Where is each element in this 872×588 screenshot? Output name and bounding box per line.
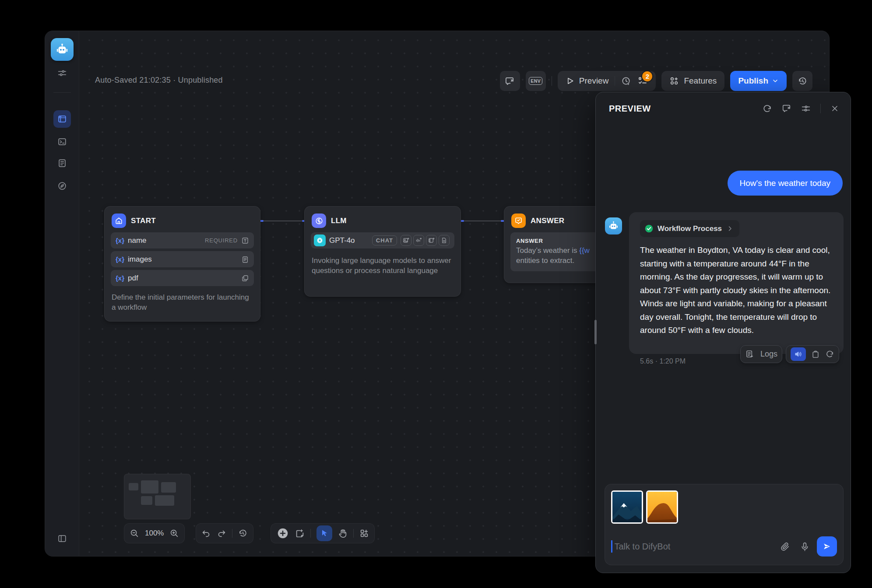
rail-divider bbox=[53, 92, 71, 93]
message-meta: 5.6s · 1:20 PM bbox=[640, 357, 686, 365]
text-caret bbox=[611, 540, 612, 553]
run-group: Preview 2 bbox=[558, 71, 656, 91]
audio-capability-icon bbox=[413, 235, 424, 246]
message-action-bar: Logs bbox=[740, 345, 839, 363]
env-icon: ENV bbox=[529, 77, 542, 85]
model-name: GPT-4o bbox=[329, 236, 355, 245]
microphone-icon[interactable] bbox=[800, 542, 810, 552]
collapse-sidebar-button[interactable] bbox=[53, 530, 71, 547]
node-tools bbox=[271, 523, 375, 543]
required-badge: REQUIRED bbox=[205, 237, 238, 244]
run-history-icon[interactable] bbox=[621, 76, 631, 86]
llm-model-row[interactable]: GPT-4o CHAT bbox=[311, 232, 454, 248]
variable-icon: {x} bbox=[116, 237, 124, 244]
annotation-icon[interactable] bbox=[782, 104, 791, 113]
field-label: pdf bbox=[128, 274, 138, 283]
features-button[interactable]: Features bbox=[661, 71, 724, 91]
chat-mode-badge: CHAT bbox=[372, 235, 397, 245]
version-history-button[interactable] bbox=[792, 71, 812, 91]
organize-nodes-icon[interactable] bbox=[359, 528, 369, 538]
node-title: LLM bbox=[331, 217, 347, 225]
node-start[interactable]: START {x} name REQUIRED {x} images bbox=[104, 206, 260, 322]
redo-icon[interactable] bbox=[217, 528, 226, 538]
rail-item-logs[interactable] bbox=[53, 154, 71, 172]
tune-rail-button[interactable] bbox=[53, 64, 71, 82]
zoom-out-icon[interactable] bbox=[130, 528, 139, 538]
files-type-icon bbox=[241, 274, 249, 282]
rail-item-terminal[interactable] bbox=[53, 133, 71, 150]
bot-avatar bbox=[605, 217, 622, 234]
success-check-icon bbox=[644, 224, 654, 233]
attach-file-icon[interactable] bbox=[780, 542, 790, 552]
logs-button[interactable]: Logs bbox=[740, 345, 782, 363]
header-divider bbox=[820, 104, 821, 113]
autosave-status: Auto-Saved 21:02:35 · Unpublished bbox=[95, 76, 223, 85]
hand-mode-button[interactable] bbox=[338, 528, 348, 538]
group-divider bbox=[615, 76, 615, 86]
bot-message-card: Workflow Process The weather in Boydton,… bbox=[629, 212, 844, 354]
text-input-type-icon bbox=[241, 237, 249, 245]
add-note-icon[interactable] bbox=[295, 528, 305, 538]
features-label: Features bbox=[684, 76, 717, 86]
checklist-button[interactable]: 2 bbox=[637, 76, 648, 86]
chevron-down-icon bbox=[772, 77, 779, 84]
undo-icon[interactable] bbox=[201, 528, 211, 538]
preview-panel-header: PREVIEW bbox=[596, 92, 851, 125]
node-llm[interactable]: LLM GPT-4o CHAT bbox=[304, 206, 461, 297]
logs-icon bbox=[745, 350, 754, 359]
copy-icon[interactable] bbox=[811, 350, 820, 359]
preview-panel: PREVIEW How's the weather today bbox=[595, 92, 851, 573]
send-button[interactable] bbox=[817, 536, 837, 556]
rail-item-orchestrate[interactable] bbox=[53, 110, 71, 128]
pointer-mode-button[interactable] bbox=[316, 525, 332, 541]
close-icon[interactable] bbox=[830, 104, 839, 113]
logs-label: Logs bbox=[760, 350, 777, 359]
answer-bubble-icon bbox=[511, 214, 526, 228]
user-message-bubble: How's the weather today bbox=[728, 171, 843, 196]
publish-button[interactable]: Publish bbox=[730, 71, 787, 91]
user-message-text: How's the weather today bbox=[740, 178, 830, 188]
attached-image-mountain-night[interactable] bbox=[611, 490, 643, 524]
start-field-images[interactable]: {x} images bbox=[111, 251, 254, 267]
preview-run-label: Preview bbox=[579, 76, 609, 86]
chat-input-container bbox=[605, 484, 844, 565]
node-description: Define the initial parameters for launch… bbox=[105, 289, 260, 319]
rail-item-monitoring[interactable] bbox=[53, 177, 71, 195]
publish-label: Publish bbox=[738, 76, 768, 86]
checklist-badge: 2 bbox=[641, 70, 653, 82]
chat-text-input[interactable] bbox=[614, 541, 781, 552]
start-field-name[interactable]: {x} name REQUIRED bbox=[111, 232, 254, 248]
regenerate-icon[interactable] bbox=[825, 350, 834, 359]
edge-start-llm bbox=[260, 220, 304, 221]
restart-conversation-icon[interactable] bbox=[762, 104, 772, 114]
history-icon bbox=[798, 76, 808, 86]
speaker-icon[interactable] bbox=[791, 347, 806, 361]
openai-logo-icon bbox=[314, 234, 326, 246]
annotation-button[interactable] bbox=[500, 71, 520, 91]
preview-run-button[interactable]: Preview bbox=[566, 76, 609, 86]
zoom-level[interactable]: 100% bbox=[145, 529, 164, 538]
zoom-controls: 100% bbox=[124, 523, 185, 543]
bot-message-text: The weather in Boydton, VA today is clea… bbox=[640, 244, 834, 337]
add-node-button[interactable] bbox=[276, 527, 289, 540]
settings-slider-icon[interactable] bbox=[801, 104, 811, 113]
workflow-process-label: Workflow Process bbox=[658, 224, 722, 233]
toolbar-divider bbox=[552, 76, 552, 86]
start-field-pdf[interactable]: {x} pdf bbox=[111, 270, 254, 286]
features-icon bbox=[669, 76, 679, 86]
variable-icon: {x} bbox=[116, 274, 124, 282]
node-description: Invoking large language models to answer… bbox=[305, 251, 461, 282]
paragraph-type-icon bbox=[241, 256, 249, 263]
change-history-icon[interactable] bbox=[238, 528, 248, 538]
variable-icon: {x} bbox=[116, 256, 124, 263]
vision-capability-icon bbox=[401, 235, 411, 246]
video-capability-icon bbox=[426, 235, 437, 246]
zoom-in-icon[interactable] bbox=[169, 528, 179, 538]
chat-area: How's the weather today Workflow Process… bbox=[596, 125, 851, 481]
play-icon bbox=[566, 77, 574, 85]
env-variables-button[interactable]: ENV bbox=[526, 71, 546, 91]
workflow-process-toggle[interactable]: Workflow Process bbox=[640, 220, 739, 237]
attached-image-mountain-sunset[interactable] bbox=[646, 490, 678, 524]
app-avatar[interactable] bbox=[51, 38, 74, 61]
canvas-minimap[interactable] bbox=[124, 474, 191, 519]
